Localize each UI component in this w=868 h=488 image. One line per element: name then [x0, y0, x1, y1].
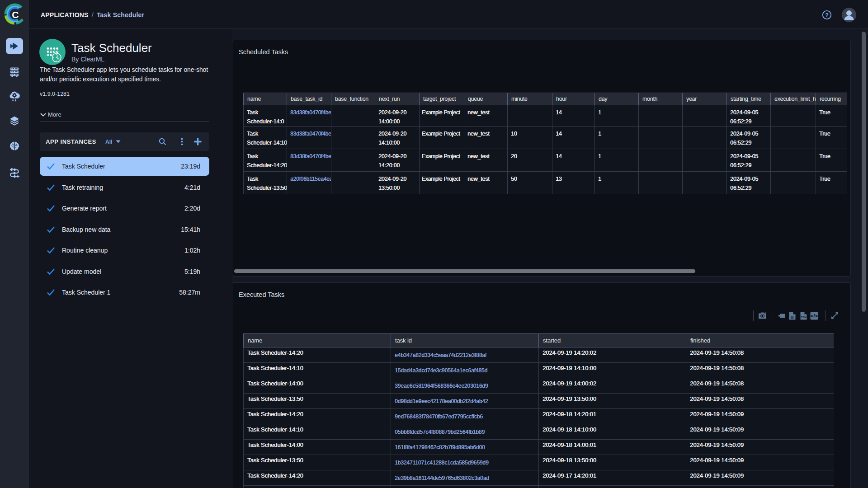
svg-text:C: C [12, 9, 19, 20]
svg-text:</>: </> [811, 313, 818, 319]
svg-text:CSV: CSV [801, 316, 806, 319]
svg-text:(j): (j) [791, 315, 793, 319]
svg-text:?: ? [825, 12, 829, 19]
